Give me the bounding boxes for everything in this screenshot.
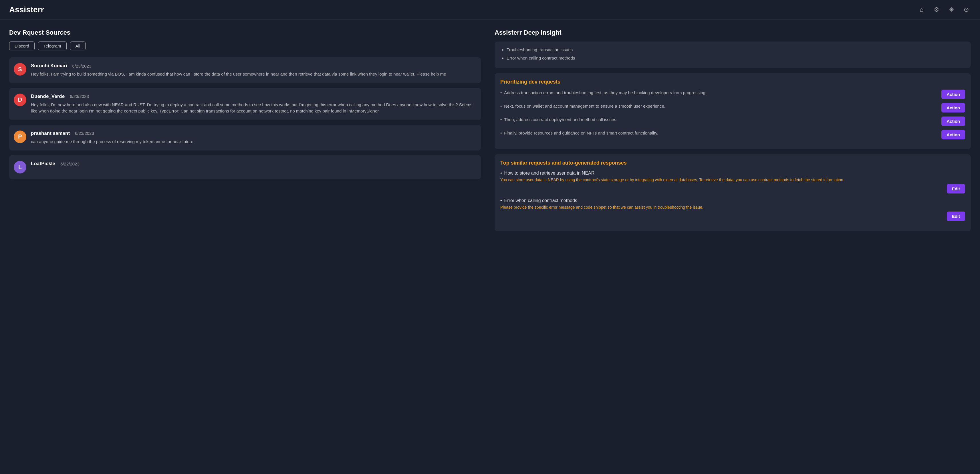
message-author-2: prashant samant <box>31 131 70 136</box>
message-card-0: S Suruchi Kumari 6/23/2023 Hey folks, I … <box>9 57 481 83</box>
message-body-1: Duende_Verde 6/23/2023 Hey folks, I'm ne… <box>31 94 475 115</box>
bullet-2: • <box>500 117 502 122</box>
message-author-3: LoafPickle <box>31 161 55 167</box>
similar-request-row-0: • How to store and retrieve user data in… <box>500 171 965 193</box>
message-text-1: Hey folks, I'm new here and also new wit… <box>31 102 475 115</box>
edit-actions-1: Edit <box>500 212 965 221</box>
app-title: Assisterr <box>9 5 44 14</box>
action-button-0[interactable]: Action <box>941 89 965 99</box>
message-header-1: Duende_Verde 6/23/2023 <box>31 94 475 99</box>
edit-button-0[interactable]: Edit <box>947 184 965 193</box>
message-date-0: 6/23/2023 <box>72 64 92 69</box>
user-icon[interactable]: ⊙ <box>962 5 971 14</box>
right-panel-title: Assisterr Deep Insight <box>495 29 971 36</box>
left-panel-title: Dev Rquest Sources <box>9 29 481 36</box>
priority-text-1: Next, focus on wallet and account manage… <box>504 103 665 110</box>
message-date-2: 6/23/2023 <box>75 131 94 136</box>
auto-response-text-0: You can store user data in NEAR by using… <box>500 177 965 183</box>
avatar-3: L <box>14 161 26 174</box>
bullet-3: • <box>500 131 502 136</box>
priority-text-0: Address transaction errors and troublesh… <box>504 89 706 96</box>
auto-response-text-1: Please provide the specific error messag… <box>500 204 965 211</box>
edit-actions-0: Edit <box>500 184 965 193</box>
top-card-item-0: Troubleshooting transaction issues <box>507 47 965 53</box>
message-body-0: Suruchi Kumari 6/23/2023 Hey folks, I am… <box>31 63 475 78</box>
settings-icon[interactable]: ⚙ <box>932 5 941 14</box>
main-content: Dev Rquest Sources Discord Telegram All … <box>0 20 980 246</box>
priority-row-text-0: • Address transaction errors and trouble… <box>500 89 937 96</box>
similar-requests-title: Top similar requests and auto-generated … <box>500 160 965 166</box>
filter-all[interactable]: All <box>70 41 86 50</box>
similar-request-header-1: • Error when calling contract methods <box>500 198 965 203</box>
action-button-2[interactable]: Action <box>941 117 965 126</box>
header: Assisterr ⌂ ⚙ ✳ ⊙ <box>0 0 980 20</box>
message-date-1: 6/23/2023 <box>70 94 89 99</box>
home-icon[interactable]: ⌂ <box>917 5 926 14</box>
similar-requests-section: Top similar requests and auto-generated … <box>495 154 971 231</box>
message-author-1: Duende_Verde <box>31 94 65 99</box>
action-button-3[interactable]: Action <box>941 130 965 139</box>
right-panel: Assisterr Deep Insight Troubleshooting t… <box>490 29 971 236</box>
priority-row-text-3: • Finally, provide resources and guidanc… <box>500 130 937 137</box>
header-icon-group: ⌂ ⚙ ✳ ⊙ <box>917 5 971 14</box>
avatar-1: D <box>14 94 26 106</box>
prioritizing-title: Prioritizing dev requests <box>500 79 965 85</box>
priority-row-1: • Next, focus on wallet and account mana… <box>500 103 965 112</box>
bullet-1: • <box>500 104 502 109</box>
priority-row-0: • Address transaction errors and trouble… <box>500 89 965 99</box>
bullet-0: • <box>500 90 502 95</box>
similar-request-header-0: • How to store and retrieve user data in… <box>500 171 965 176</box>
filter-buttons: Discord Telegram All <box>9 41 481 50</box>
similar-request-text-0: How to store and retrieve user data in N… <box>504 171 595 176</box>
snowflake-icon[interactable]: ✳ <box>947 5 956 14</box>
avatar-2: P <box>14 131 26 143</box>
message-card-1: D Duende_Verde 6/23/2023 Hey folks, I'm … <box>9 88 481 120</box>
edit-button-1[interactable]: Edit <box>947 212 965 221</box>
action-button-1[interactable]: Action <box>941 103 965 112</box>
message-date-3: 6/22/2023 <box>60 161 80 166</box>
message-body-2: prashant samant 6/23/2023 can anyone gui… <box>31 131 475 145</box>
filter-discord[interactable]: Discord <box>9 41 35 50</box>
message-author-0: Suruchi Kumari <box>31 63 67 69</box>
insight-top-card: Troubleshooting transaction issues Error… <box>495 41 971 68</box>
message-text-0: Hey folks, I am trying to build somethin… <box>31 71 475 78</box>
message-text-2: can anyone guide me through the process … <box>31 139 475 145</box>
priority-text-2: Then, address contract deployment and me… <box>504 117 617 123</box>
priority-row-3: • Finally, provide resources and guidanc… <box>500 130 965 139</box>
message-header-3: LoafPickle 6/22/2023 <box>31 161 475 167</box>
similar-request-row-1: • Error when calling contract methods Pl… <box>500 198 965 221</box>
message-header-2: prashant samant 6/23/2023 <box>31 131 475 136</box>
priority-text-3: Finally, provide resources and guidance … <box>504 130 658 137</box>
priority-row-text-2: • Then, address contract deployment and … <box>500 117 937 123</box>
top-card-item-1: Error when calling contract methods <box>507 55 965 62</box>
message-header-0: Suruchi Kumari 6/23/2023 <box>31 63 475 69</box>
avatar-0: S <box>14 63 26 75</box>
similar-bullet-0: • <box>500 171 502 176</box>
filter-telegram[interactable]: Telegram <box>38 41 67 50</box>
message-body-3: LoafPickle 6/22/2023 <box>31 161 475 169</box>
message-card-3: L LoafPickle 6/22/2023 <box>9 155 481 179</box>
left-panel: Dev Rquest Sources Discord Telegram All … <box>9 29 490 236</box>
similar-request-text-1: Error when calling contract methods <box>504 198 577 203</box>
priority-row-text-1: • Next, focus on wallet and account mana… <box>500 103 937 110</box>
prioritizing-section: Prioritizing dev requests • Address tran… <box>495 73 971 149</box>
similar-bullet-1: • <box>500 198 502 203</box>
priority-row-2: • Then, address contract deployment and … <box>500 117 965 126</box>
message-card-2: P prashant samant 6/23/2023 can anyone g… <box>9 125 481 151</box>
